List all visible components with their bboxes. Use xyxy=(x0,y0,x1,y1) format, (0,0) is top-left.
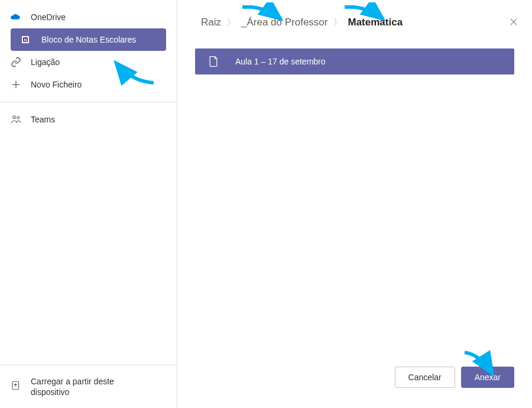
upload-icon xyxy=(11,380,21,393)
upload-from-device[interactable]: Carregar a partir deste dispositivo xyxy=(0,365,177,408)
svg-point-5 xyxy=(13,116,16,119)
page-icon xyxy=(208,56,219,67)
sidebar-section-sources: OneDrive N Bloco de Notas Escolares xyxy=(0,0,177,102)
chevron-right-icon: 〉 xyxy=(227,17,235,28)
file-row[interactable]: Aula 1 – 17 de setembro xyxy=(195,48,514,75)
onedrive-icon xyxy=(11,12,21,22)
cancel-button[interactable]: Cancelar xyxy=(395,367,455,388)
main-panel: Raiz 〉 _Área do Professor 〉 Matemática A… xyxy=(177,0,532,408)
close-button[interactable] xyxy=(510,18,518,28)
dialog-footer: Cancelar Anexar xyxy=(395,367,514,388)
sidebar-section-teams: Teams xyxy=(0,102,177,365)
plus-icon xyxy=(11,79,21,90)
attach-button[interactable]: Anexar xyxy=(461,367,514,388)
teams-icon xyxy=(11,114,21,125)
breadcrumb: Raiz 〉 _Área do Professor 〉 Matemática xyxy=(195,17,514,28)
sidebar-item-label: OneDrive xyxy=(31,12,66,22)
breadcrumb-current: Matemática xyxy=(348,17,403,28)
breadcrumb-area-professor[interactable]: _Área do Professor xyxy=(241,17,327,28)
sidebar-item-label: Ligação xyxy=(31,57,60,67)
sidebar: OneDrive N Bloco de Notas Escolares xyxy=(0,0,177,408)
link-icon xyxy=(11,57,21,67)
sidebar-item-onedrive[interactable]: OneDrive xyxy=(0,6,177,28)
svg-text:N: N xyxy=(24,38,27,42)
chevron-right-icon: 〉 xyxy=(333,17,342,28)
file-name: Aula 1 – 17 de setembro xyxy=(235,57,326,66)
sidebar-item-label: Teams xyxy=(31,115,55,124)
upload-label: Carregar a partir deste dispositivo xyxy=(31,376,137,397)
close-icon xyxy=(510,18,518,28)
svg-point-6 xyxy=(17,116,20,119)
onenote-icon: N xyxy=(21,34,32,45)
sidebar-item-onenote[interactable]: N Bloco de Notas Escolares xyxy=(11,28,166,51)
sidebar-item-label: Novo Ficheiro xyxy=(31,80,82,89)
breadcrumb-root[interactable]: Raiz xyxy=(201,17,221,28)
sidebar-item-link[interactable]: Ligação xyxy=(0,51,177,73)
sidebar-item-new-file[interactable]: Novo Ficheiro xyxy=(0,73,177,96)
sidebar-item-teams[interactable]: Teams xyxy=(0,108,177,131)
sidebar-item-label: Bloco de Notas Escolares xyxy=(41,35,136,44)
